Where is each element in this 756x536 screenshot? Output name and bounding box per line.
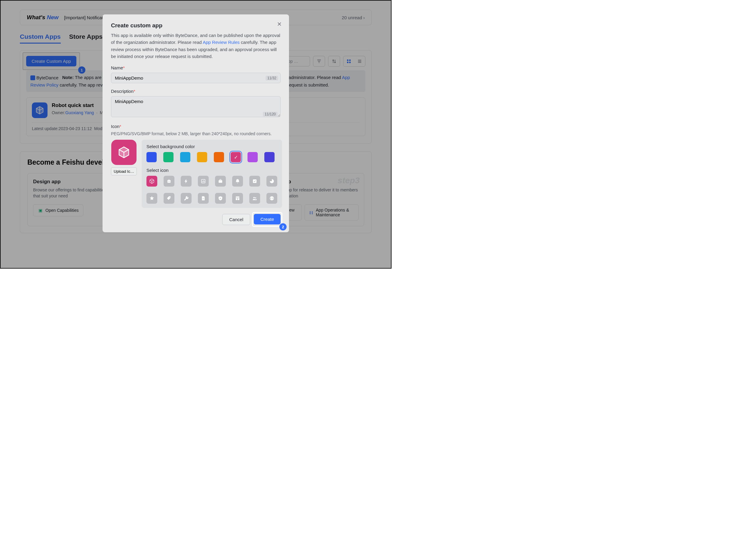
modal-description: This app is available only within ByteDa… [111, 32, 280, 60]
svg-point-5 [168, 181, 169, 182]
name-input[interactable] [111, 73, 280, 83]
icon-preview [111, 140, 136, 165]
icon-option-briefcase[interactable] [215, 176, 226, 186]
modal-overlay: Create custom app This app is available … [1, 1, 391, 268]
icon-label: Icon* [111, 124, 280, 129]
color-swatch[interactable] [197, 152, 207, 162]
icon-option-bell[interactable] [232, 176, 243, 186]
color-swatch[interactable] [163, 152, 173, 162]
icon-option-robot[interactable] [163, 176, 174, 186]
color-swatch[interactable] [214, 152, 224, 162]
cancel-button[interactable]: Cancel [222, 214, 250, 225]
svg-point-12 [254, 197, 255, 199]
icon-option-tag[interactable] [163, 193, 174, 204]
description-label: Description* [111, 89, 280, 94]
icon-option-star[interactable] [146, 193, 157, 204]
color-swatch[interactable] [247, 152, 258, 162]
color-swatch[interactable] [231, 152, 241, 162]
app-review-rules-link[interactable]: App Review Rules [203, 40, 240, 45]
icon-hint: PEG/PNG/SVG/BMP format, below 2 MB, larg… [111, 131, 280, 136]
name-label: Name* [111, 65, 280, 70]
svg-point-6 [169, 181, 170, 182]
icon-option-chart[interactable] [198, 176, 209, 186]
svg-rect-9 [253, 179, 257, 183]
desc-counter: 11/120 [263, 112, 277, 117]
color-swatch[interactable] [180, 152, 190, 162]
create-button[interactable]: Create [254, 214, 280, 224]
icon-option-code[interactable] [267, 193, 277, 204]
icon-option-wrench[interactable] [181, 193, 192, 204]
icon-grid [146, 176, 277, 204]
icon-select-label: Select icon [146, 168, 277, 173]
name-counter: 11/32 [266, 76, 278, 81]
icon-option-people[interactable] [249, 193, 260, 204]
svg-point-13 [255, 197, 256, 199]
color-swatches [146, 152, 277, 162]
icon-option-bolt[interactable] [181, 176, 192, 186]
icon-option-pie[interactable] [267, 176, 277, 186]
color-swatch[interactable] [146, 152, 157, 162]
svg-rect-4 [167, 180, 171, 183]
icon-option-doc[interactable] [198, 193, 209, 204]
bg-color-label: Select background color [146, 144, 277, 149]
upload-icon-button[interactable]: Upload Ic… [111, 167, 137, 176]
svg-point-10 [170, 197, 170, 198]
icon-option-shield[interactable] [215, 193, 226, 204]
svg-rect-8 [219, 180, 222, 183]
create-app-modal: Create custom app This app is available … [102, 15, 289, 232]
annotation-2: 2 [279, 223, 287, 230]
icon-option-layout[interactable] [232, 193, 243, 204]
description-input[interactable] [111, 96, 280, 117]
color-swatch[interactable] [264, 152, 274, 162]
icon-option-checkbox[interactable] [249, 176, 260, 186]
icon-option-cube[interactable] [146, 176, 157, 186]
close-icon[interactable] [276, 21, 282, 27]
modal-title: Create custom app [111, 22, 280, 29]
